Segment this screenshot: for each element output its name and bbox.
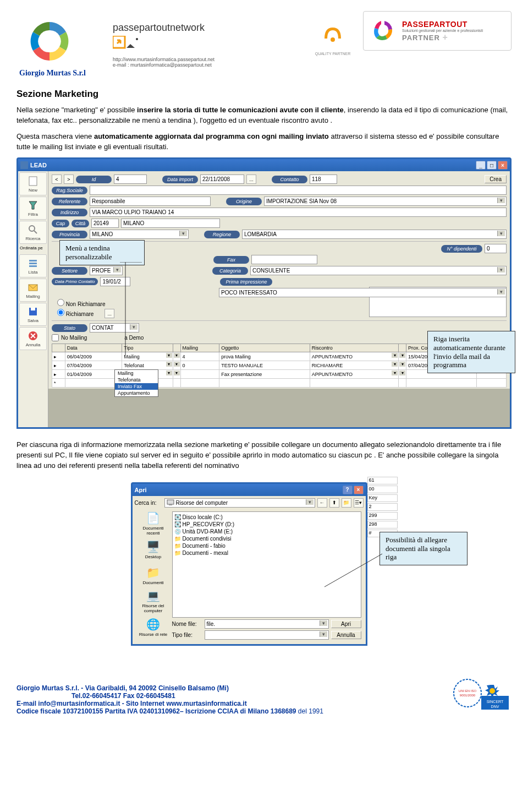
email-link[interactable]: info@murtasinformatica.it bbox=[38, 700, 120, 707]
dropdown-option[interactable]: Mailing bbox=[115, 370, 158, 377]
referente-label: Referente bbox=[52, 198, 87, 205]
svg-point-5 bbox=[29, 226, 35, 231]
file-row[interactable]: 💽HP_RECOVERY (D:) bbox=[174, 521, 359, 528]
referente-field[interactable]: Responsabile bbox=[90, 197, 211, 206]
cap-label: Cap bbox=[52, 220, 69, 227]
page-footer: Giorgio Murtas S.r.l. - Via Garibaldi, 9… bbox=[16, 684, 323, 715]
lead-window: LEAD _ □ × New Filtra Ricerca Ordinata p… bbox=[16, 157, 512, 429]
svg-rect-7 bbox=[29, 260, 37, 261]
table-header[interactable] bbox=[173, 344, 180, 352]
dialog-sidebar-item[interactable]: 💻Risorse del computer bbox=[137, 589, 170, 614]
sidebar-save[interactable]: Salva bbox=[19, 303, 47, 326]
stray-cell: 00 bbox=[367, 486, 398, 493]
svg-line-20 bbox=[324, 554, 382, 587]
window-sidebar: New Filtra Ricerca Ordinata pe Lista Mai… bbox=[18, 171, 48, 427]
regione-field[interactable]: LOMBARDIA bbox=[242, 230, 507, 239]
svg-rect-19 bbox=[169, 504, 172, 505]
sidebar-filter[interactable]: Filtra bbox=[19, 197, 47, 220]
crea-button[interactable]: Crea bbox=[485, 175, 507, 183]
settore-field[interactable]: PROFE bbox=[90, 266, 123, 275]
sidebar-new[interactable]: New bbox=[19, 172, 47, 195]
ragsociale-field[interactable] bbox=[90, 186, 507, 195]
origine-field[interactable]: IMPORTAZIONE SIA Nov 08 bbox=[264, 197, 507, 206]
view-menu-button[interactable]: ☰▾ bbox=[354, 498, 364, 508]
fax-field[interactable] bbox=[251, 255, 317, 264]
table-header[interactable]: Data bbox=[65, 344, 122, 352]
dropdown-option[interactable]: Telefonata bbox=[115, 377, 158, 383]
svg-rect-8 bbox=[29, 263, 37, 264]
richiamare-radio[interactable]: Richiamare bbox=[57, 309, 94, 318]
provincia-field[interactable]: MILANO bbox=[90, 230, 189, 239]
minimize-button[interactable]: _ bbox=[476, 161, 486, 170]
table-header[interactable]: Riscontro bbox=[310, 344, 398, 352]
dataimport-field[interactable]: 22/11/2008 bbox=[200, 175, 244, 184]
cap-field[interactable]: 20149 bbox=[91, 219, 119, 228]
svg-rect-3 bbox=[20, 161, 28, 169]
help-button[interactable]: ? bbox=[343, 486, 353, 494]
dialog-sidebar-item[interactable]: 🌐Risorse di rete bbox=[137, 615, 170, 640]
indirizzo-field[interactable]: VIA MARCO ULPIO TRAIANO 14 bbox=[90, 208, 507, 217]
citta-label: Città bbox=[72, 220, 89, 227]
paragraph-1: Nella sezione "marketing" e' possibile i… bbox=[16, 105, 512, 126]
window-titlebar[interactable]: LEAD _ □ × bbox=[18, 159, 510, 171]
nomailing-checkbox[interactable]: No Mailing bbox=[52, 334, 87, 341]
dialog-sidebar: 📄Documenti recenti🖥️Desktop📁Documenti💻Ri… bbox=[137, 511, 170, 640]
close-button[interactable]: × bbox=[498, 161, 508, 170]
nonrichiamare-radio[interactable]: Non Richiamare bbox=[57, 299, 105, 307]
dialog-sidebar-item[interactable]: 📁Documenti bbox=[137, 563, 170, 588]
contatto-field[interactable]: 118 bbox=[310, 175, 337, 184]
table-header[interactable]: Mailing bbox=[180, 344, 219, 352]
nav-back-button[interactable]: ← bbox=[317, 498, 327, 508]
filetype-field[interactable] bbox=[205, 630, 329, 640]
table-header[interactable] bbox=[399, 344, 406, 352]
svg-point-27 bbox=[490, 688, 495, 694]
callout-attach: Possibilità di allegare documenti alla s… bbox=[380, 532, 468, 565]
id-field[interactable]: 4 bbox=[114, 175, 147, 184]
file-row[interactable]: 💿Unità DVD-RAM (E:) bbox=[174, 528, 359, 535]
network-icon bbox=[113, 36, 140, 52]
file-row[interactable]: 📁Documenti condivisi bbox=[174, 535, 359, 542]
file-row[interactable]: 💽Disco locale (C:) bbox=[174, 514, 359, 521]
table-header[interactable] bbox=[52, 344, 65, 352]
dialog-close-button[interactable]: × bbox=[354, 486, 364, 494]
lookin-label: Cerca in: bbox=[135, 500, 162, 506]
svg-text:DNV: DNV bbox=[491, 705, 499, 709]
svg-text:SINCERT: SINCERT bbox=[487, 700, 504, 704]
stray-cell: 61 bbox=[367, 477, 398, 484]
lookin-field[interactable]: Risorse del computer bbox=[164, 498, 315, 508]
cancel-button[interactable]: Annulla bbox=[331, 631, 361, 639]
dropdown-option[interactable]: Appuntamento bbox=[115, 390, 158, 396]
primaimpr-label: Prima Impressione bbox=[220, 278, 272, 286]
nav-up-button[interactable]: ⬆ bbox=[329, 498, 339, 508]
new-folder-button[interactable]: 📁 bbox=[342, 498, 351, 508]
dropdown-option[interactable]: Inviato Fax bbox=[115, 383, 158, 390]
tipo-dropdown-popup[interactable]: MailingTelefonataInviato FaxAppuntamento bbox=[114, 369, 158, 397]
stray-cell: 298 bbox=[367, 521, 398, 528]
sidebar-mailing[interactable]: Mailing bbox=[19, 279, 47, 302]
dataprimo-label: Data Primo Contatto bbox=[52, 278, 98, 285]
dialog-sidebar-item[interactable]: 🖥️Desktop bbox=[137, 537, 170, 562]
ndip-field[interactable]: 0 bbox=[485, 244, 507, 253]
nav-prev[interactable]: < bbox=[52, 175, 62, 184]
svg-rect-4 bbox=[29, 177, 37, 186]
dialog-sidebar-item[interactable]: 📄Documenti recenti bbox=[137, 511, 170, 536]
sidebar-list[interactable]: Lista bbox=[19, 254, 47, 277]
sort-label: Ordinata pe bbox=[19, 245, 47, 253]
date-dots-button[interactable]: ... bbox=[246, 175, 256, 184]
citta-field[interactable]: MILANO bbox=[121, 219, 220, 228]
primaimpr-field[interactable]: POCO INTERESSATO bbox=[219, 288, 507, 297]
computer-icon bbox=[167, 499, 174, 506]
sidebar-search[interactable]: Ricerca bbox=[19, 221, 47, 244]
indirizzo-label: Indirizzo bbox=[52, 209, 87, 216]
certification-badges: UNI EN ISO9001/2000SINCERTDNV bbox=[451, 677, 512, 715]
open-button[interactable]: Apri bbox=[331, 620, 361, 628]
sidebar-cancel[interactable]: Annulla bbox=[19, 327, 47, 350]
categoria-field[interactable]: CONSULENTE bbox=[250, 266, 507, 275]
filename-field[interactable]: file. bbox=[205, 619, 329, 629]
nav-next[interactable]: > bbox=[64, 175, 74, 184]
maximize-button[interactable]: □ bbox=[487, 161, 497, 170]
fax-label: Fax bbox=[213, 256, 249, 264]
stray-cell: Key bbox=[367, 494, 398, 502]
table-header[interactable]: Oggetto bbox=[219, 344, 310, 352]
richiamare-dots[interactable]: ... bbox=[105, 309, 114, 318]
